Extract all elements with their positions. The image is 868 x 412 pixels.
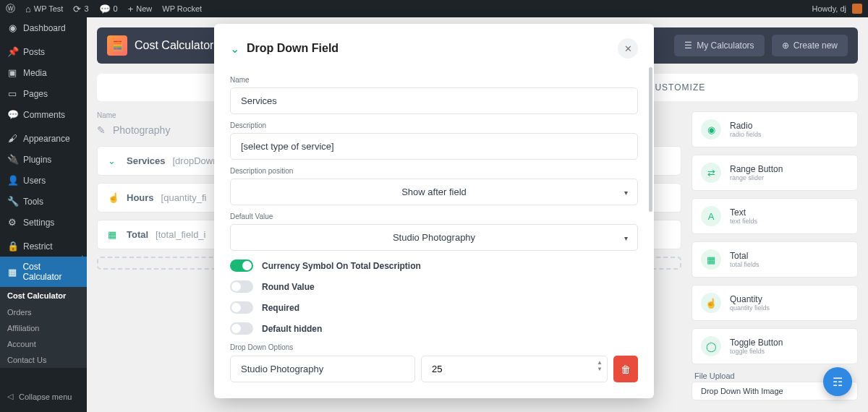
description-label: Description [230, 121, 638, 129]
option-name-input[interactable] [230, 356, 415, 382]
default-value-label: Default Value [230, 213, 638, 220]
name-input[interactable] [230, 87, 638, 114]
scrollbar[interactable] [649, 67, 652, 212]
description-position-select[interactable]: Show after field [230, 179, 638, 205]
option-value-input[interactable]: 25▲▼ [421, 356, 608, 382]
chevron-down-icon: ⌄ [230, 42, 239, 56]
modal-title: Drop Down Field [247, 42, 339, 55]
required-toggle-label: Required [262, 303, 299, 313]
delete-option-button[interactable]: 🗑 [613, 356, 638, 382]
required-toggle[interactable] [230, 301, 253, 314]
hidden-toggle[interactable] [230, 322, 253, 335]
dropdown-field-modal: ⌄ Drop Down Field ✕ Name Description Des… [214, 24, 654, 398]
name-label: Name [230, 76, 638, 84]
number-spinner[interactable]: ▲▼ [597, 359, 603, 372]
close-icon: ✕ [624, 43, 632, 54]
options-label: Drop Down Options [230, 343, 638, 351]
round-toggle-label: Round Value [262, 282, 315, 292]
trash-icon: 🗑 [621, 364, 631, 375]
currency-toggle[interactable] [230, 259, 253, 272]
description-position-label: Description position [230, 167, 638, 175]
round-toggle[interactable] [230, 280, 253, 293]
description-input[interactable] [230, 133, 638, 160]
currency-toggle-label: Currency Symbol On Total Description [262, 261, 421, 271]
close-button[interactable]: ✕ [618, 38, 638, 59]
hidden-toggle-label: Default hidden [262, 324, 322, 334]
default-value-select[interactable]: Studio Photography [230, 224, 638, 251]
